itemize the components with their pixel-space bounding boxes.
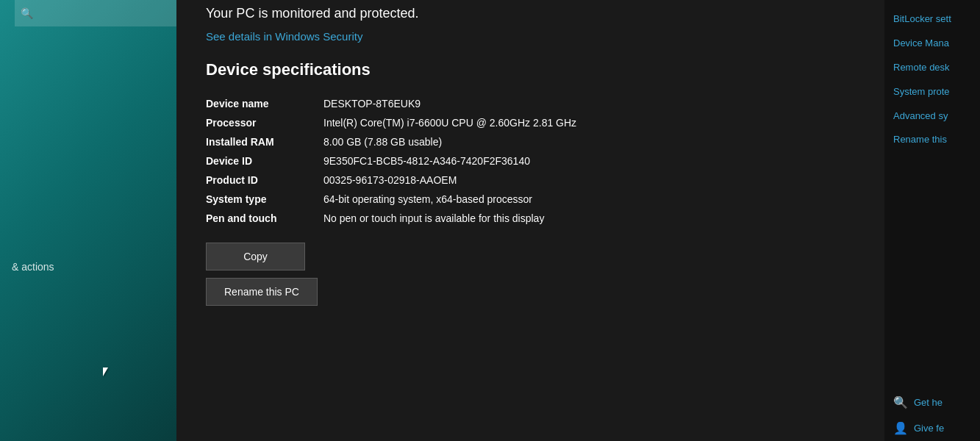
spec-value: 9E350FC1-BCB5-4812-A346-7420F2F36140 xyxy=(323,151,855,171)
spec-label: Pen and touch xyxy=(206,209,323,228)
spec-label: Device ID xyxy=(206,151,323,171)
spec-label: Product ID xyxy=(206,171,323,190)
right-link-advanced-system[interactable]: Advanced sy xyxy=(884,104,980,129)
spec-label: Installed RAM xyxy=(206,132,323,151)
right-icon-link-get-help[interactable]: 🔍 Get he xyxy=(884,390,980,415)
sidebar-actions-text: & actions xyxy=(12,261,54,273)
table-row: System type 64-bit operating system, x64… xyxy=(206,190,855,209)
right-link-bitlocker[interactable]: BitLocker sett xyxy=(884,7,980,32)
search-bar[interactable]: 🔍 xyxy=(15,0,176,26)
button-row: Copy Rename this PC xyxy=(206,243,855,306)
spec-value: No pen or touch input is available for t… xyxy=(323,209,855,228)
table-row: Device name DESKTOP-8T6EUK9 xyxy=(206,94,855,113)
right-panel: BitLocker settDevice ManaRemote deskSyst… xyxy=(884,0,980,441)
table-row: Device ID 9E350FC1-BCB5-4812-A346-7420F2… xyxy=(206,151,855,171)
give-feedback-text: Give fe xyxy=(914,423,944,434)
protection-status-text: Your PC is monitored and protected. xyxy=(206,0,855,30)
main-content: Your PC is monitored and protected. See … xyxy=(176,0,884,441)
right-link-device-manager[interactable]: Device Mana xyxy=(884,32,980,56)
right-link-remote-desktop[interactable]: Remote desk xyxy=(884,56,980,80)
section-title: Device specifications xyxy=(206,60,855,79)
search-icon: 🔍 xyxy=(21,7,33,19)
copy-button[interactable]: Copy xyxy=(206,243,305,270)
spec-value: 64-bit operating system, x64-based proce… xyxy=(323,190,855,209)
table-row: Product ID 00325-96173-02918-AAOEM xyxy=(206,171,855,190)
table-row: Pen and touch No pen or touch input is a… xyxy=(206,209,855,228)
sidebar-actions: & actions xyxy=(0,254,66,279)
spec-label: Processor xyxy=(206,113,323,132)
right-icon-link-give-feedback[interactable]: 👤 Give fe xyxy=(884,415,980,441)
get-help-text: Get he xyxy=(914,397,943,408)
give-feedback-icon: 👤 xyxy=(893,421,908,435)
table-row: Installed RAM 8.00 GB (7.88 GB usable) xyxy=(206,132,855,151)
spec-value: 8.00 GB (7.88 GB usable) xyxy=(323,132,855,151)
specs-table: Device name DESKTOP-8T6EUK9 Processor In… xyxy=(206,94,855,228)
rename-pc-button[interactable]: Rename this PC xyxy=(206,278,318,306)
spec-value: 00325-96173-02918-AAOEM xyxy=(323,171,855,190)
spec-value: Intel(R) Core(TM) i7-6600U CPU @ 2.60GHz… xyxy=(323,113,855,132)
right-link-rename-this[interactable]: Rename this xyxy=(884,128,980,152)
spec-label: Device name xyxy=(206,94,323,113)
table-row: Processor Intel(R) Core(TM) i7-6600U CPU… xyxy=(206,113,855,132)
spec-value: DESKTOP-8T6EUK9 xyxy=(323,94,855,113)
sidebar: 🔍 & actions xyxy=(0,0,176,441)
right-link-system-protection[interactable]: System prote xyxy=(884,80,980,104)
spec-label: System type xyxy=(206,190,323,209)
cursor xyxy=(103,368,113,382)
security-link[interactable]: See details in Windows Security xyxy=(206,30,362,43)
get-help-icon: 🔍 xyxy=(893,395,908,409)
